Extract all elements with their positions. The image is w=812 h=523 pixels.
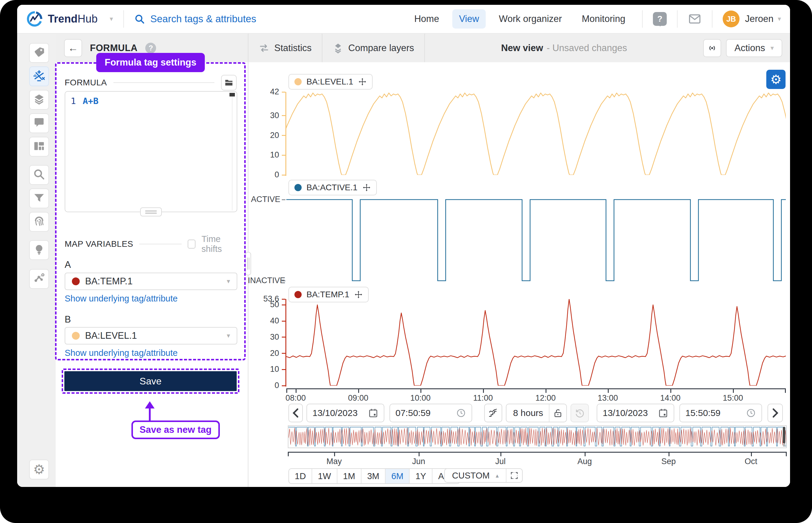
sidebar-item-tags[interactable] — [29, 43, 49, 63]
start-date-field[interactable]: 13/10/2023 — [306, 404, 384, 422]
end-date-field[interactable]: 13/10/2023 — [597, 404, 674, 422]
open-saved-formula-button[interactable] — [221, 75, 237, 90]
legend-ba-level[interactable]: BA:LEVEL.1 — [288, 74, 373, 90]
month-tick — [786, 453, 787, 456]
lock-duration-button[interactable] — [549, 408, 566, 418]
restore-time-button[interactable] — [570, 404, 589, 422]
nav-work-organizer[interactable]: Work organizer — [492, 9, 569, 29]
pan-right-button[interactable] — [767, 404, 783, 422]
editor-code: A+B — [83, 96, 98, 106]
range-3m[interactable]: 3M — [361, 469, 386, 483]
panel-title: FORMULA — [90, 43, 138, 54]
editor-resize-handle[interactable] — [140, 208, 162, 216]
brand-logo[interactable]: TrendHub — [26, 11, 98, 28]
divider — [642, 10, 643, 28]
editor-scroll-thumb[interactable] — [229, 93, 235, 96]
brand-caret-icon[interactable]: ▾ — [110, 16, 113, 22]
y-tick — [282, 175, 285, 176]
x-tick-label: 08:00 — [275, 394, 317, 403]
sidebar-item-filter[interactable] — [29, 188, 49, 208]
context-overview-strip[interactable] — [288, 425, 787, 448]
series-color-dot — [295, 291, 302, 298]
avatar[interactable]: JB — [723, 11, 740, 28]
formula-section-header: FORMULA — [65, 75, 237, 90]
level-plot[interactable] — [286, 92, 786, 175]
range-1y[interactable]: 1Y — [410, 469, 432, 483]
duration-value[interactable]: 8 hours — [507, 408, 543, 418]
start-time-field[interactable]: 07:50:59 — [389, 404, 472, 422]
sidebar-item-layout[interactable] — [29, 137, 49, 157]
compare-layers-button[interactable]: Compare layers — [322, 34, 425, 62]
show-underlying-link-b[interactable]: Show underlying tag/attribute — [65, 348, 178, 358]
variable-b-dropdown[interactable]: BA:LEVEL.1 ▾ — [65, 327, 237, 344]
custom-range-button[interactable]: CUSTOM ▴ — [445, 469, 507, 482]
end-time-field[interactable]: 15:50:59 — [679, 404, 762, 422]
sidebar-item-recommendations[interactable] — [29, 240, 49, 260]
temp-plot[interactable] — [286, 299, 786, 386]
sidebar-item-formula[interactable] — [29, 67, 49, 86]
annotation-arrow-line — [149, 407, 151, 420]
clock-icon — [746, 408, 756, 418]
sidebar-item-fingerprint[interactable] — [29, 212, 49, 232]
overview-scroll-thumb[interactable] — [783, 444, 785, 447]
month-tick — [751, 453, 752, 456]
sidebar-item-context-items[interactable] — [29, 269, 49, 289]
search-placeholder: Search tags & attributes — [151, 13, 256, 25]
month-tick — [288, 453, 289, 456]
variable-a-label: A — [65, 259, 71, 270]
x-tick — [483, 389, 484, 393]
time-shifts-checkbox[interactable] — [188, 239, 195, 249]
legend-ba-temp[interactable]: BA:TEMP.1 — [288, 287, 369, 302]
month-label: Sep — [651, 457, 687, 466]
back-button[interactable]: ← — [64, 39, 82, 57]
nav-home[interactable]: Home — [407, 9, 446, 29]
legend-ba-active[interactable]: BA:ACTIVE.1 — [288, 180, 377, 195]
editor-scroll-track — [232, 93, 232, 211]
x-tick-label: 15:00 — [712, 394, 754, 403]
y-tick — [282, 353, 285, 354]
range-1w[interactable]: 1W — [312, 469, 337, 483]
range-1m[interactable]: 1M — [337, 469, 361, 483]
save-button[interactable]: Save — [64, 371, 237, 391]
active-plot[interactable] — [286, 198, 786, 283]
fingerprint-icon — [33, 215, 45, 229]
expand-icon — [510, 471, 519, 480]
range-1d[interactable]: 1D — [289, 469, 312, 483]
compare-across-time-button[interactable] — [484, 404, 502, 422]
sidebar-item-comments[interactable] — [29, 113, 49, 133]
statistics-button[interactable]: Statistics — [248, 34, 322, 62]
move-icon — [358, 77, 367, 86]
nav-view[interactable]: View — [452, 9, 486, 29]
overview-selection-handle[interactable] — [783, 427, 785, 443]
formula-panel: Formula tag settings FORMULA 1 A+B MAP V… — [56, 62, 248, 487]
search-input[interactable]: Search tags & attributes — [134, 13, 256, 25]
sidebar-item-settings[interactable]: ⚙ — [29, 459, 49, 480]
formula-help-icon[interactable]: ? — [145, 43, 156, 54]
tag-icon — [33, 46, 45, 59]
panel-resize-handle[interactable] — [245, 252, 251, 275]
pan-left-button[interactable] — [288, 404, 303, 422]
month-label: Jun — [401, 457, 437, 466]
nav-monitoring[interactable]: Monitoring — [575, 9, 632, 29]
actions-button[interactable]: Actions ▾ — [726, 39, 782, 57]
fullscreen-range-button[interactable] — [507, 469, 522, 482]
user-name[interactable]: Jeroen — [745, 14, 774, 24]
formula-tag-settings-callout: Formula tag settings — [96, 53, 205, 72]
save-as-new-tag-callout: Save as new tag — [131, 420, 220, 439]
view-actions: Actions ▾ — [703, 34, 790, 62]
y-tick — [282, 199, 285, 200]
formula-editor[interactable]: 1 A+B — [65, 91, 237, 212]
view-name: New view — [501, 43, 543, 54]
y-tick-label: 53.6 — [250, 294, 279, 304]
variable-a-dropdown[interactable]: BA:TEMP.1 ▾ — [65, 273, 237, 290]
sidebar-item-layers[interactable] — [29, 90, 49, 110]
chart-settings-button[interactable]: ⚙ — [766, 70, 785, 89]
sidebar-item-search[interactable] — [29, 165, 49, 185]
help-icon[interactable]: ? — [653, 12, 667, 26]
y-tick — [282, 337, 285, 338]
range-6m[interactable]: 6M — [386, 469, 410, 483]
show-underlying-link-a[interactable]: Show underlying tag/attribute — [65, 294, 178, 304]
broadcast-button[interactable] — [703, 39, 721, 57]
user-menu-caret-icon[interactable]: ▾ — [778, 16, 781, 22]
mail-icon[interactable] — [688, 12, 702, 26]
